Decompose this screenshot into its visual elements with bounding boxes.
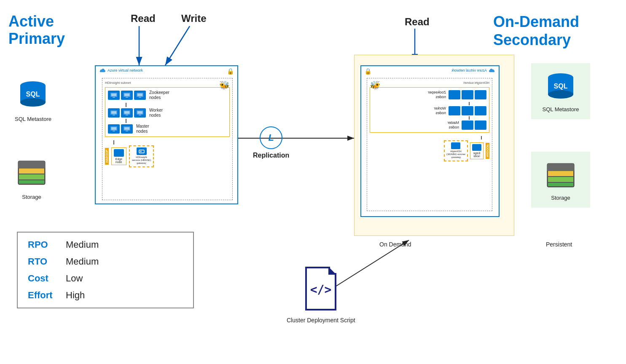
svg-line-4 (165, 26, 190, 65)
rto-label: RTO (28, 256, 66, 267)
vm-icon-r4 (475, 106, 486, 115)
cloud-icon-right (489, 68, 495, 73)
sql-metastore-right: SQL SQL Metastore (531, 63, 590, 119)
storage-icon-right (544, 158, 578, 192)
svg-rect-33 (140, 151, 142, 152)
metric-rpo: RPO Medium (28, 239, 183, 250)
on-demand-text: On-Demand Secondary (493, 13, 579, 48)
sql-metastore-label-right: SQL Metastore (535, 106, 586, 112)
bee-icon-left: 🐝 (219, 80, 230, 90)
connector-v2 (126, 119, 126, 123)
vm-icon-r7 (475, 120, 486, 130)
edge-vm-icon (114, 149, 124, 157)
lock-icon-right: 🔒 (365, 68, 372, 75)
svg-point-45 (548, 90, 573, 99)
vm-icon-r1 (475, 90, 486, 99)
svg-text:SQL: SQL (554, 83, 568, 90)
on-demand-below-label: On Demand (379, 241, 411, 248)
deploy-icon-svg: </> (300, 265, 342, 312)
sql-metastore-label-left: SQL Metastore (15, 116, 51, 122)
cost-value: Low (66, 273, 83, 284)
storage-right: Storage (531, 152, 590, 208)
vm-icon (121, 124, 133, 134)
bee-icon-right: 🐝 (370, 80, 380, 90)
storage-label-left: Storage (15, 194, 48, 200)
svg-rect-22 (126, 115, 128, 115)
svg-rect-25 (139, 115, 141, 115)
gateway-label: HDInsightservice (HBASE)gateway (132, 156, 151, 165)
worker-row-right: Workernodes (373, 106, 486, 115)
persistent-label: Persistent (546, 241, 572, 248)
sql-icon-right: SQL (544, 70, 578, 104)
hadoop-badge: HADOOP (105, 148, 109, 165)
svg-rect-31 (126, 131, 128, 131)
vm-icon (134, 108, 146, 118)
read-label-left: Read (131, 13, 156, 24)
rpo-value: Medium (66, 239, 99, 250)
active-primary-label: Active Primary (8, 13, 65, 48)
connector-v1 (126, 103, 126, 107)
svg-rect-28 (113, 131, 115, 131)
vm-icon (108, 91, 120, 100)
zookeeper-row-right: Zookeepernodes (373, 90, 486, 99)
zookeeper-label: Zookeepernodes (149, 90, 169, 100)
vm-icon-r8 (462, 120, 473, 130)
hdinsight-right-box: Azure virtual network 🔒 HDInsight subnet… (360, 65, 500, 217)
svg-rect-15 (137, 94, 142, 96)
diagram-container: Active Primary On-Demand Secondary Read … (0, 0, 626, 364)
read-label-right: Read (405, 16, 430, 28)
svg-rect-42 (18, 161, 45, 169)
svg-rect-24 (137, 111, 142, 114)
replication-container: L Replication (253, 126, 289, 159)
lock-icon-left: 🔒 (227, 68, 234, 75)
storage-icon-left (15, 156, 48, 190)
edge-gateway-row: HADOOP Edgenode HDInsightservice (HBASE)… (105, 145, 230, 167)
azure-vnet-label-right: Azure virtual network (451, 68, 495, 73)
svg-rect-50 (548, 183, 573, 186)
svg-rect-27 (111, 127, 116, 130)
master-row: Masternodes (108, 124, 227, 134)
edge-node-box: Edgenode (111, 147, 126, 165)
svg-rect-49 (548, 177, 573, 182)
azure-vnet-label-left: Azure virtual network (99, 68, 143, 73)
master-label: Masternodes (136, 124, 149, 134)
hdinsight-left-box: Azure virtual network 🔒 HDInsight subnet… (95, 65, 238, 204)
svg-rect-21 (124, 111, 129, 114)
svg-rect-10 (113, 97, 115, 98)
edge-node-label: Edgenode (116, 158, 122, 163)
svg-rect-41 (19, 180, 44, 184)
replication-circle: L (260, 126, 282, 149)
hdinsight-subnet-right: HDInsight subnet 🐝 Zookeepernodes (367, 78, 492, 211)
rpo-label: RPO (28, 239, 66, 250)
active-primary-text: Active Primary (8, 13, 65, 47)
write-label: Write (181, 13, 207, 24)
svg-rect-18 (111, 111, 116, 114)
svg-text:</>: </> (310, 283, 332, 297)
effort-label: Effort (28, 290, 66, 301)
sql-metastore-left: SQL SQL Metastore (15, 78, 51, 122)
worker-row: Workernodes (108, 108, 227, 118)
vm-icon (108, 108, 120, 118)
zookeeper-row: Zookeepernodes (108, 90, 227, 100)
vm-icon (121, 91, 133, 100)
rto-value: Medium (66, 256, 99, 267)
metric-rto: RTO Medium (28, 256, 183, 267)
vm-icon (108, 124, 120, 134)
metric-effort: Effort High (28, 290, 183, 301)
vm-icon-r6 (449, 106, 460, 115)
vm-icon-r3 (449, 90, 460, 99)
vm-icon (134, 91, 146, 100)
vm-icon (121, 108, 133, 118)
svg-text:SQL: SQL (26, 91, 40, 98)
node-section-left: Zookeepernodes Workernodes (105, 87, 230, 137)
gateway-box: HDInsightservice (HBASE)gateway (129, 145, 154, 167)
svg-rect-13 (126, 97, 128, 98)
svg-rect-51 (547, 163, 574, 171)
svg-point-36 (20, 98, 46, 107)
storage-left: Storage (15, 156, 48, 200)
svg-rect-16 (139, 97, 141, 98)
node-section-right: Zookeepernodes Workernodes (370, 87, 489, 133)
gateway-icon (137, 147, 147, 155)
storage-label-right: Storage (535, 195, 586, 201)
deploy-script: </> Cluster Deployment Script (287, 265, 355, 324)
